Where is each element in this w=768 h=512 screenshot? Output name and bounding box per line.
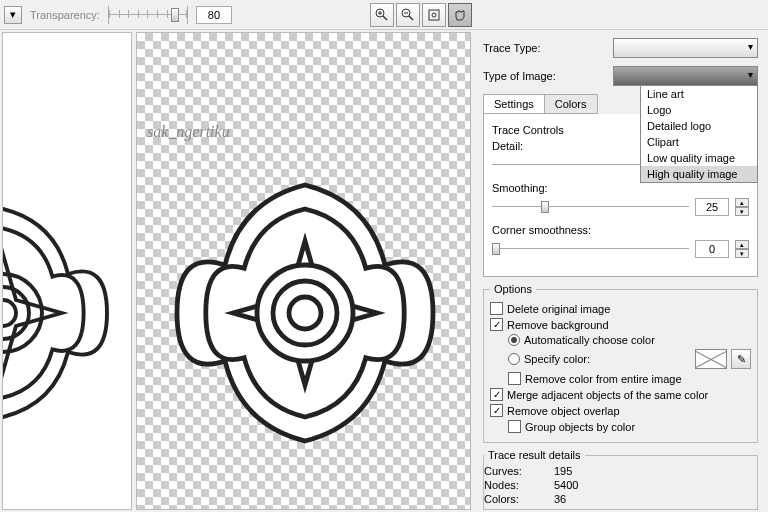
chk-remove-bg[interactable]: [490, 318, 503, 331]
image-type-label: Type of Image:: [483, 70, 613, 82]
trace-type-combo[interactable]: [613, 38, 758, 58]
transparency-label: Transparency:: [30, 9, 100, 21]
preview-original: [2, 32, 132, 510]
svg-rect-7: [429, 10, 439, 20]
smoothing-label: Smoothing:: [492, 182, 749, 194]
svg-line-5: [409, 16, 413, 20]
chk-remove-overlap[interactable]: [490, 404, 503, 417]
color-swatch[interactable]: [695, 349, 727, 369]
results-legend: Trace result details: [484, 449, 585, 461]
chk-merge-adjacent[interactable]: [490, 388, 503, 401]
preview-traced: sak_ngertiku: [136, 32, 471, 510]
radio-auto-color[interactable]: [508, 334, 520, 346]
svg-line-1: [383, 16, 387, 20]
tab-settings[interactable]: Settings: [483, 94, 545, 114]
image-type-combo[interactable]: [613, 66, 758, 86]
chk-delete-original[interactable]: [490, 302, 503, 315]
zoom-in-button[interactable]: [370, 3, 394, 27]
option-high-quality[interactable]: High quality image: [641, 166, 757, 182]
corner-label: Corner smoothness:: [492, 224, 749, 236]
svg-point-8: [432, 13, 436, 17]
tab-colors[interactable]: Colors: [544, 94, 598, 114]
options-group: Options Delete original image Remove bac…: [483, 283, 758, 443]
svg-point-14: [289, 297, 321, 329]
eyedropper-button[interactable]: ✎: [731, 349, 751, 369]
fit-button[interactable]: [422, 3, 446, 27]
preset-dropdown[interactable]: ▾: [4, 6, 22, 24]
radio-specify-color[interactable]: [508, 353, 520, 365]
trace-type-label: Trace Type:: [483, 42, 613, 54]
colors-value: 36: [554, 493, 566, 505]
option-line-art[interactable]: Line art: [641, 86, 757, 102]
curves-value: 195: [554, 465, 572, 477]
zoom-out-button[interactable]: [396, 3, 420, 27]
svg-point-11: [2, 300, 16, 326]
smoothing-value[interactable]: 25: [695, 198, 729, 216]
option-low-quality[interactable]: Low quality image: [641, 150, 757, 166]
option-detailed-logo[interactable]: Detailed logo: [641, 118, 757, 134]
chk-remove-color-entire[interactable]: [508, 372, 521, 385]
transparency-slider[interactable]: [108, 6, 188, 24]
image-type-dropdown: Line art Logo Detailed logo Clipart Low …: [640, 85, 758, 183]
corner-slider[interactable]: [492, 241, 689, 257]
settings-panel: Trace Type: Type of Image: Line art Logo…: [473, 30, 768, 512]
chk-group-by-color[interactable]: [508, 420, 521, 433]
smoothing-slider[interactable]: [492, 199, 689, 215]
results-group: Trace result details Curves:195 Nodes:54…: [483, 449, 758, 510]
option-logo[interactable]: Logo: [641, 102, 757, 118]
top-toolbar: ▾ Transparency: 80: [0, 0, 768, 30]
nodes-value: 5400: [554, 479, 578, 491]
options-legend: Options: [490, 283, 536, 295]
option-clipart[interactable]: Clipart: [641, 134, 757, 150]
corner-value[interactable]: 0: [695, 240, 729, 258]
transparency-value[interactable]: 80: [196, 6, 232, 24]
pan-button[interactable]: [448, 3, 472, 27]
